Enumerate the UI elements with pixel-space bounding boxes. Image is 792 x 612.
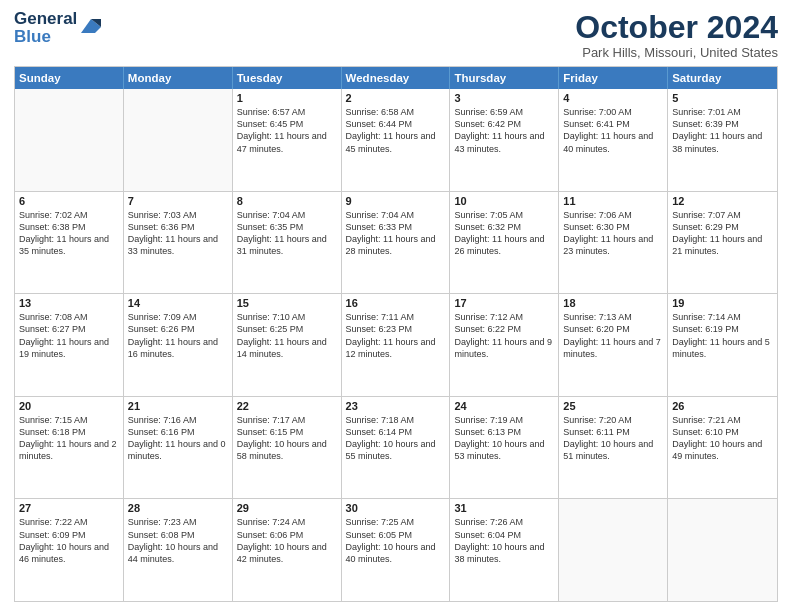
cal-cell-r4-c1: 28Sunrise: 7:23 AMSunset: 6:08 PMDayligh… [124, 499, 233, 601]
cal-cell-r2-c1: 14Sunrise: 7:09 AMSunset: 6:26 PMDayligh… [124, 294, 233, 396]
cell-info: Sunrise: 7:19 AMSunset: 6:13 PMDaylight:… [454, 414, 554, 463]
day-num: 10 [454, 195, 554, 207]
cal-cell-r4-c3: 30Sunrise: 7:25 AMSunset: 6:05 PMDayligh… [342, 499, 451, 601]
day-num: 4 [563, 92, 663, 104]
day-num: 5 [672, 92, 773, 104]
day-num: 26 [672, 400, 773, 412]
day-num: 3 [454, 92, 554, 104]
day-num: 6 [19, 195, 119, 207]
cal-cell-r0-c1 [124, 89, 233, 191]
cal-cell-r1-c0: 6Sunrise: 7:02 AMSunset: 6:38 PMDaylight… [15, 192, 124, 294]
cell-info: Sunrise: 7:05 AMSunset: 6:32 PMDaylight:… [454, 209, 554, 258]
day-num: 31 [454, 502, 554, 514]
cell-info: Sunrise: 7:11 AMSunset: 6:23 PMDaylight:… [346, 311, 446, 360]
cal-cell-r3-c1: 21Sunrise: 7:16 AMSunset: 6:16 PMDayligh… [124, 397, 233, 499]
calendar-row-4: 27Sunrise: 7:22 AMSunset: 6:09 PMDayligh… [15, 498, 777, 601]
cal-cell-r3-c2: 22Sunrise: 7:17 AMSunset: 6:15 PMDayligh… [233, 397, 342, 499]
header-tuesday: Tuesday [233, 67, 342, 89]
month-title: October 2024 [575, 10, 778, 45]
cal-cell-r1-c6: 12Sunrise: 7:07 AMSunset: 6:29 PMDayligh… [668, 192, 777, 294]
day-num: 24 [454, 400, 554, 412]
header-wednesday: Wednesday [342, 67, 451, 89]
day-num: 28 [128, 502, 228, 514]
day-num: 29 [237, 502, 337, 514]
calendar-row-2: 13Sunrise: 7:08 AMSunset: 6:27 PMDayligh… [15, 293, 777, 396]
cell-info: Sunrise: 7:04 AMSunset: 6:33 PMDaylight:… [346, 209, 446, 258]
logo-icon [79, 15, 101, 37]
day-num: 23 [346, 400, 446, 412]
cell-info: Sunrise: 7:00 AMSunset: 6:41 PMDaylight:… [563, 106, 663, 155]
cal-cell-r1-c3: 9Sunrise: 7:04 AMSunset: 6:33 PMDaylight… [342, 192, 451, 294]
day-num: 12 [672, 195, 773, 207]
calendar: Sunday Monday Tuesday Wednesday Thursday… [14, 66, 778, 602]
day-num: 14 [128, 297, 228, 309]
day-num: 7 [128, 195, 228, 207]
cal-cell-r4-c2: 29Sunrise: 7:24 AMSunset: 6:06 PMDayligh… [233, 499, 342, 601]
logo-general: General [14, 10, 77, 28]
cell-info: Sunrise: 7:23 AMSunset: 6:08 PMDaylight:… [128, 516, 228, 565]
cal-cell-r2-c2: 15Sunrise: 7:10 AMSunset: 6:25 PMDayligh… [233, 294, 342, 396]
cal-cell-r0-c4: 3Sunrise: 6:59 AMSunset: 6:42 PMDaylight… [450, 89, 559, 191]
calendar-row-1: 6Sunrise: 7:02 AMSunset: 6:38 PMDaylight… [15, 191, 777, 294]
cal-cell-r1-c1: 7Sunrise: 7:03 AMSunset: 6:36 PMDaylight… [124, 192, 233, 294]
day-num: 20 [19, 400, 119, 412]
cell-info: Sunrise: 7:08 AMSunset: 6:27 PMDaylight:… [19, 311, 119, 360]
day-num: 22 [237, 400, 337, 412]
calendar-body: 1Sunrise: 6:57 AMSunset: 6:45 PMDaylight… [15, 89, 777, 601]
header: General Blue October 2024 Park Hills, Mi… [14, 10, 778, 60]
cell-info: Sunrise: 6:57 AMSunset: 6:45 PMDaylight:… [237, 106, 337, 155]
cell-info: Sunrise: 6:59 AMSunset: 6:42 PMDaylight:… [454, 106, 554, 155]
logo-blue: Blue [14, 28, 77, 46]
day-num: 1 [237, 92, 337, 104]
cal-cell-r3-c4: 24Sunrise: 7:19 AMSunset: 6:13 PMDayligh… [450, 397, 559, 499]
cell-info: Sunrise: 7:25 AMSunset: 6:05 PMDaylight:… [346, 516, 446, 565]
day-num: 13 [19, 297, 119, 309]
cal-cell-r0-c5: 4Sunrise: 7:00 AMSunset: 6:41 PMDaylight… [559, 89, 668, 191]
cell-info: Sunrise: 7:06 AMSunset: 6:30 PMDaylight:… [563, 209, 663, 258]
cal-cell-r2-c3: 16Sunrise: 7:11 AMSunset: 6:23 PMDayligh… [342, 294, 451, 396]
logo: General Blue [14, 10, 101, 46]
cal-cell-r2-c0: 13Sunrise: 7:08 AMSunset: 6:27 PMDayligh… [15, 294, 124, 396]
cell-info: Sunrise: 7:16 AMSunset: 6:16 PMDaylight:… [128, 414, 228, 463]
calendar-row-0: 1Sunrise: 6:57 AMSunset: 6:45 PMDaylight… [15, 89, 777, 191]
cell-info: Sunrise: 7:24 AMSunset: 6:06 PMDaylight:… [237, 516, 337, 565]
cal-cell-r3-c5: 25Sunrise: 7:20 AMSunset: 6:11 PMDayligh… [559, 397, 668, 499]
header-thursday: Thursday [450, 67, 559, 89]
cell-info: Sunrise: 7:17 AMSunset: 6:15 PMDaylight:… [237, 414, 337, 463]
cell-info: Sunrise: 7:13 AMSunset: 6:20 PMDaylight:… [563, 311, 663, 360]
cell-info: Sunrise: 7:21 AMSunset: 6:10 PMDaylight:… [672, 414, 773, 463]
header-friday: Friday [559, 67, 668, 89]
cal-cell-r3-c6: 26Sunrise: 7:21 AMSunset: 6:10 PMDayligh… [668, 397, 777, 499]
cell-info: Sunrise: 7:22 AMSunset: 6:09 PMDaylight:… [19, 516, 119, 565]
cal-cell-r4-c0: 27Sunrise: 7:22 AMSunset: 6:09 PMDayligh… [15, 499, 124, 601]
cell-info: Sunrise: 7:07 AMSunset: 6:29 PMDaylight:… [672, 209, 773, 258]
cal-cell-r0-c0 [15, 89, 124, 191]
cal-cell-r1-c2: 8Sunrise: 7:04 AMSunset: 6:35 PMDaylight… [233, 192, 342, 294]
day-num: 18 [563, 297, 663, 309]
cal-cell-r0-c6: 5Sunrise: 7:01 AMSunset: 6:39 PMDaylight… [668, 89, 777, 191]
cal-cell-r2-c5: 18Sunrise: 7:13 AMSunset: 6:20 PMDayligh… [559, 294, 668, 396]
cell-info: Sunrise: 6:58 AMSunset: 6:44 PMDaylight:… [346, 106, 446, 155]
cal-cell-r3-c3: 23Sunrise: 7:18 AMSunset: 6:14 PMDayligh… [342, 397, 451, 499]
page: General Blue October 2024 Park Hills, Mi… [0, 0, 792, 612]
cell-info: Sunrise: 7:02 AMSunset: 6:38 PMDaylight:… [19, 209, 119, 258]
day-num: 9 [346, 195, 446, 207]
cell-info: Sunrise: 7:10 AMSunset: 6:25 PMDaylight:… [237, 311, 337, 360]
cal-cell-r1-c5: 11Sunrise: 7:06 AMSunset: 6:30 PMDayligh… [559, 192, 668, 294]
day-num: 17 [454, 297, 554, 309]
cal-cell-r3-c0: 20Sunrise: 7:15 AMSunset: 6:18 PMDayligh… [15, 397, 124, 499]
day-num: 25 [563, 400, 663, 412]
cell-info: Sunrise: 7:03 AMSunset: 6:36 PMDaylight:… [128, 209, 228, 258]
cal-cell-r2-c6: 19Sunrise: 7:14 AMSunset: 6:19 PMDayligh… [668, 294, 777, 396]
header-saturday: Saturday [668, 67, 777, 89]
cal-cell-r0-c3: 2Sunrise: 6:58 AMSunset: 6:44 PMDaylight… [342, 89, 451, 191]
day-num: 19 [672, 297, 773, 309]
title-area: October 2024 Park Hills, Missouri, Unite… [575, 10, 778, 60]
header-sunday: Sunday [15, 67, 124, 89]
day-num: 15 [237, 297, 337, 309]
day-num: 16 [346, 297, 446, 309]
cell-info: Sunrise: 7:20 AMSunset: 6:11 PMDaylight:… [563, 414, 663, 463]
cell-info: Sunrise: 7:12 AMSunset: 6:22 PMDaylight:… [454, 311, 554, 360]
cell-info: Sunrise: 7:01 AMSunset: 6:39 PMDaylight:… [672, 106, 773, 155]
day-num: 2 [346, 92, 446, 104]
